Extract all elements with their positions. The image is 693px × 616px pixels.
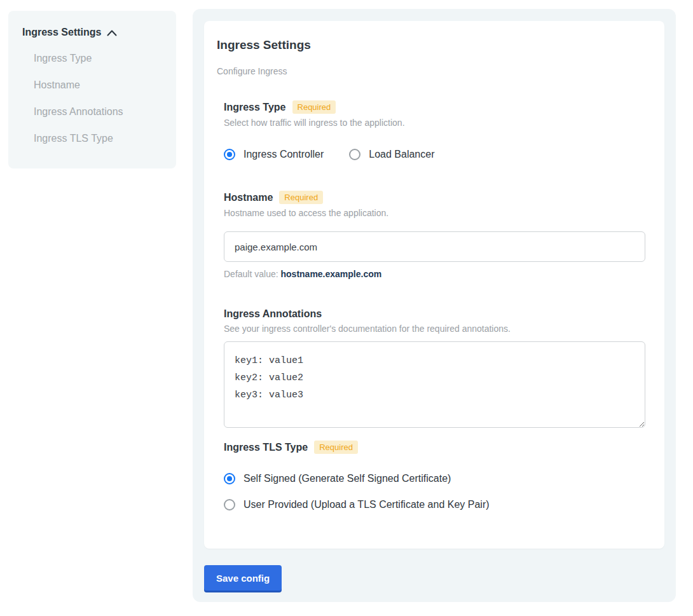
section-title: Ingress Type [224, 101, 286, 113]
save-config-button[interactable]: Save config [204, 565, 282, 591]
radio-option-ingress-controller[interactable]: Ingress Controller [224, 148, 324, 160]
radio-option-label: Ingress Controller [244, 148, 324, 160]
required-badge: Required [292, 100, 336, 114]
radio-selected-icon[interactable] [224, 473, 235, 484]
ingress-type-radio-group: Ingress Controller Load Balancer [224, 148, 645, 160]
config-nav-sidebar: Ingress Settings Ingress Type Hostname I… [8, 11, 176, 168]
radio-option-label: Load Balancer [369, 148, 434, 160]
sidebar-item-ingress-type[interactable]: Ingress Type [34, 53, 163, 64]
sidebar-item-ingress-annotations[interactable]: Ingress Annotations [34, 107, 163, 117]
section-heading: Ingress Annotations [224, 308, 645, 320]
radio-option-label: User Provided (Upload a TLS Certificate … [244, 498, 490, 510]
section-title: Ingress Annotations [224, 308, 322, 320]
card-title: Ingress Settings [217, 38, 652, 52]
default-value-line: Default value: hostname.example.com [224, 269, 645, 279]
config-sections: Ingress Type Required Select how traffic… [224, 100, 645, 510]
radio-option-label: Self Signed (Generate Self Signed Certif… [244, 472, 451, 484]
required-badge: Required [279, 191, 323, 204]
section-title: Ingress TLS Type [224, 441, 308, 453]
default-value-text: hostname.example.com [281, 269, 382, 279]
section-heading: Ingress TLS Type Required [224, 441, 645, 454]
section-heading: Ingress Type Required [224, 100, 645, 114]
section-help-text: Hostname used to access the application. [224, 208, 645, 218]
radio-unselected-icon[interactable] [349, 149, 360, 160]
sidebar-group-toggle[interactable]: Ingress Settings [22, 27, 163, 38]
radio-unselected-icon[interactable] [224, 499, 235, 510]
sidebar-group-title: Ingress Settings [22, 27, 101, 38]
section-heading: Hostname Required [224, 191, 645, 204]
default-value-label: Default value: [224, 269, 281, 279]
sidebar-item-ingress-tls-type[interactable]: Ingress TLS Type [34, 133, 163, 144]
required-badge: Required [314, 441, 358, 454]
radio-option-user-provided[interactable]: User Provided (Upload a TLS Certificate … [224, 498, 645, 510]
radio-option-load-balancer[interactable]: Load Balancer [349, 148, 434, 160]
section-title: Hostname [224, 191, 273, 203]
hostname-input[interactable] [224, 231, 645, 262]
radio-selected-icon[interactable] [224, 149, 235, 160]
section-help-text: Select how traffic will ingress to the a… [224, 118, 645, 128]
annotations-textarea[interactable]: key1: value1 key2: value2 key3: value3 [224, 341, 645, 428]
card-subtitle: Configure Ingress [217, 67, 652, 76]
config-group-panel: Ingress Settings Configure Ingress Ingre… [193, 9, 676, 602]
config-card: Ingress Settings Configure Ingress Ingre… [204, 21, 664, 549]
section-ingress-type: Ingress Type Required Select how traffic… [224, 100, 645, 160]
section-ingress-tls-type: Ingress TLS Type Required Self Signed (G… [224, 441, 645, 510]
section-help-text: See your ingress controller's documentat… [224, 324, 645, 334]
chevron-up-icon [107, 30, 117, 36]
sidebar-item-hostname[interactable]: Hostname [34, 80, 163, 90]
radio-option-self-signed[interactable]: Self Signed (Generate Self Signed Certif… [224, 472, 645, 484]
sidebar-item-list: Ingress Type Hostname Ingress Annotation… [22, 53, 163, 144]
section-hostname: Hostname Required Hostname used to acces… [224, 191, 645, 279]
section-ingress-annotations: Ingress Annotations See your ingress con… [224, 308, 645, 428]
